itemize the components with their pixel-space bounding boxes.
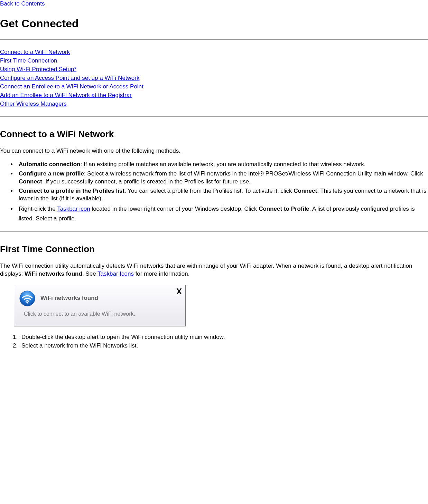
bold-connect: Connect bbox=[19, 178, 42, 185]
notification-title: WiFi networks found bbox=[40, 294, 98, 302]
notification-body: Click to connect to an available WiFi ne… bbox=[24, 310, 180, 318]
steps-list: Double-click the desktop alert to open t… bbox=[0, 333, 428, 350]
bold-connect: Connect bbox=[294, 188, 317, 194]
list-item-label: Connect to a profile in the Profiles lis… bbox=[19, 188, 124, 194]
toc-link-wps[interactable]: Using Wi-Fi Protected Setup* bbox=[0, 66, 76, 73]
list-item: Connect to a profile in the Profiles lis… bbox=[17, 187, 428, 203]
list-item-text: . If you successfully connect, a profile… bbox=[42, 178, 251, 185]
page-title: Get Connected bbox=[0, 16, 428, 31]
list-item-text: located in the lower right corner of you… bbox=[90, 206, 259, 212]
back-to-contents-link[interactable]: Back to Contents bbox=[0, 0, 45, 7]
methods-list: Automatic connection: If an existing pro… bbox=[0, 161, 428, 223]
list-item: Automatic connection: If an existing pro… bbox=[17, 161, 428, 169]
toc-link-connect[interactable]: Connect to a WiFi Network bbox=[0, 49, 70, 55]
list-item-text: Right-click the bbox=[19, 206, 57, 212]
bold-wifi-found: WiFi networks found bbox=[25, 270, 82, 277]
list-item-text: : Select a wireless network from the lis… bbox=[84, 170, 423, 177]
section-paragraph: The WiFi connection utility automaticall… bbox=[0, 262, 428, 278]
toc-link-configure-ap[interactable]: Configure an Access Point and set up a W… bbox=[0, 75, 139, 81]
divider bbox=[0, 116, 428, 117]
toc-link-other-managers[interactable]: Other Wireless Managers bbox=[0, 101, 67, 107]
wifi-icon bbox=[19, 290, 36, 307]
list-item: Select a network from the WiFi Networks … bbox=[19, 342, 428, 350]
section-heading-connect: Connect to a WiFi Network bbox=[0, 128, 428, 140]
close-icon[interactable]: X bbox=[176, 287, 182, 296]
section-intro: You can connect to a WiFi network with o… bbox=[0, 147, 428, 155]
toc-link-add-enrollee[interactable]: Add an Enrollee to a WiFi Network at the… bbox=[0, 92, 132, 98]
toc-link-connect-enrollee[interactable]: Connect an Enrollee to a WiFi Network or… bbox=[0, 83, 143, 90]
desktop-alert-notification[interactable]: X WiFi networks found bbox=[14, 285, 186, 327]
toc-link-first-time[interactable]: First Time Connection bbox=[0, 57, 57, 64]
toc: Connect to a WiFi Network First Time Con… bbox=[0, 48, 428, 108]
divider bbox=[0, 231, 428, 232]
section-heading-first-time: First Time Connection bbox=[0, 243, 428, 255]
list-item-label: Configure a new profile bbox=[19, 170, 84, 177]
taskbar-icon-link[interactable]: Taskbar icon bbox=[57, 206, 90, 212]
list-item: Double-click the desktop alert to open t… bbox=[19, 333, 428, 341]
list-item-text: : You can select a profile from the Prof… bbox=[124, 188, 294, 194]
svg-point-1 bbox=[27, 302, 28, 303]
divider bbox=[0, 39, 428, 40]
bold-connect-profile: Connect to Profile bbox=[259, 206, 309, 212]
taskbar-icons-link[interactable]: Taskbar Icons bbox=[97, 270, 134, 277]
list-item-label: Automatic connection bbox=[19, 161, 81, 168]
paragraph-text: . See bbox=[82, 270, 97, 277]
paragraph-text: for more information. bbox=[134, 270, 190, 277]
list-item: Right-click the Taskbar icon located in … bbox=[17, 204, 428, 223]
list-item: Configure a new profile: Select a wirele… bbox=[17, 170, 428, 186]
list-item-text: : If an existing profile matches an avai… bbox=[81, 161, 366, 168]
